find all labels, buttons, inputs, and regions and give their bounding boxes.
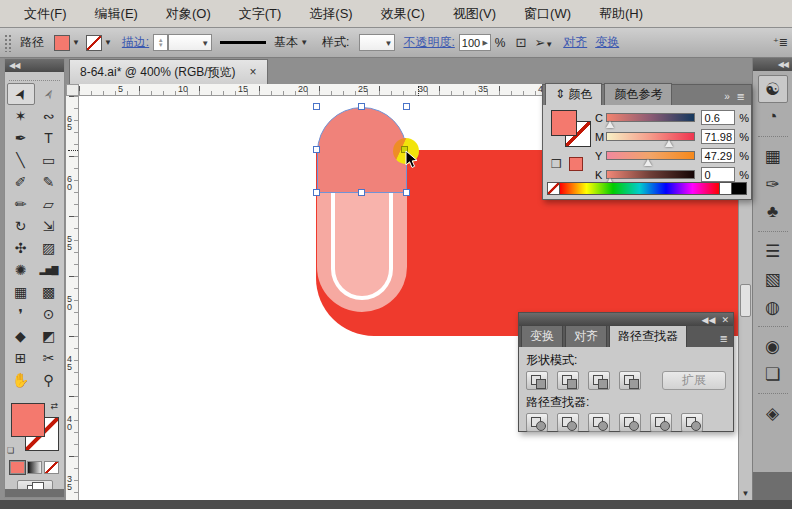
- symbols-panel-icon[interactable]: ♣: [758, 198, 788, 226]
- selection-tool-icon[interactable]: ➤: [7, 83, 35, 105]
- pencil-tool-icon[interactable]: ✎: [35, 171, 63, 193]
- align-link[interactable]: 对齐: [563, 34, 587, 51]
- appearance-panel-icon[interactable]: ◉: [758, 332, 788, 360]
- eraser-tool-icon[interactable]: ▱: [35, 193, 63, 215]
- menu-item[interactable]: 帮助(H): [585, 1, 657, 27]
- scrollbar-thumb[interactable]: [740, 284, 751, 317]
- selection-handle[interactable]: [313, 189, 320, 196]
- menu-item[interactable]: 对象(O): [152, 1, 225, 27]
- dock-collapse-icon[interactable]: ◀◀: [753, 58, 792, 71]
- merge-button[interactable]: [588, 413, 610, 432]
- width-tool-icon[interactable]: ✣: [7, 237, 35, 259]
- document-tab[interactable]: 8-64.ai* @ 400% (RGB/预览) ×: [69, 59, 268, 84]
- fill-indicator[interactable]: [11, 403, 45, 437]
- brushes-panel-icon[interactable]: ✑: [758, 170, 788, 198]
- exclude-button[interactable]: [619, 371, 641, 390]
- panel-grip-handle[interactable]: [4, 34, 12, 52]
- transform-link[interactable]: 变换: [595, 34, 619, 51]
- hand-tool-icon[interactable]: ✋: [7, 369, 35, 391]
- column-graph-tool-icon[interactable]: ▂▅▇: [35, 259, 63, 281]
- free-transform-tool-icon[interactable]: ▨: [35, 237, 63, 259]
- color-guide-panel-icon[interactable]: ◔: [758, 103, 788, 131]
- stroke-weight-dropdown[interactable]: ▼: [168, 34, 212, 51]
- stroke-weight-link[interactable]: 描边:: [122, 34, 149, 51]
- control-panel-menu-icon[interactable]: ⁺≣: [773, 36, 788, 49]
- stroke-panel-icon[interactable]: ☰: [758, 237, 788, 265]
- layers-panel-icon[interactable]: ◈: [758, 399, 788, 427]
- symbol-sprayer-tool-icon[interactable]: ✺: [7, 259, 35, 281]
- panel-collapse-icon[interactable]: ◀◀: [702, 315, 716, 325]
- slider-thumb[interactable]: [665, 140, 673, 147]
- slider-thumb[interactable]: [606, 121, 614, 128]
- brush-dropdown-arrow-icon[interactable]: ▼: [300, 38, 308, 47]
- direct-selection-tool-icon[interactable]: ➣: [35, 83, 63, 105]
- vertical-ruler[interactable]: 65605550454035: [66, 96, 79, 500]
- zoom-tool-icon[interactable]: ⚲: [35, 369, 63, 391]
- scroll-down-arrow-icon[interactable]: ▼: [739, 489, 752, 498]
- rotate-tool-icon[interactable]: ↻: [7, 215, 35, 237]
- menu-item[interactable]: 编辑(E): [81, 1, 152, 27]
- none-color-swatch[interactable]: [547, 182, 560, 195]
- tab-颜色[interactable]: ⇕ 颜色: [545, 83, 602, 105]
- K-slider-track[interactable]: [606, 170, 694, 179]
- tab-对齐[interactable]: 对齐: [565, 325, 607, 347]
- K-value-input[interactable]: 0: [701, 167, 736, 182]
- selection-handle[interactable]: [358, 103, 365, 110]
- selection-handle[interactable]: [403, 189, 410, 196]
- opacity-input[interactable]: 100 ▶: [459, 34, 491, 51]
- divide-button[interactable]: [526, 413, 548, 432]
- gradient-mode-button[interactable]: [27, 461, 42, 474]
- panel-close-icon[interactable]: ✕: [721, 315, 729, 325]
- gradient-panel-icon[interactable]: ▧: [758, 265, 788, 293]
- tools-collapse-icon[interactable]: ◀◀: [5, 59, 64, 72]
- out-of-gamut-cube-icon[interactable]: ❒: [551, 157, 562, 171]
- tab-变换[interactable]: 变换: [521, 325, 563, 347]
- Y-slider-track[interactable]: [606, 151, 694, 160]
- opacity-link[interactable]: 不透明度:: [403, 34, 454, 51]
- stroke-dropdown-arrow-icon[interactable]: ▼: [104, 38, 112, 47]
- fill-dropdown-arrow-icon[interactable]: ▼: [72, 38, 80, 47]
- slider-thumb[interactable]: [644, 159, 652, 166]
- outline-button[interactable]: [650, 413, 672, 432]
- M-value-input[interactable]: 71.98: [701, 129, 736, 144]
- color-mode-button[interactable]: [10, 461, 25, 474]
- line-segment-tool-icon[interactable]: ╲: [7, 149, 35, 171]
- recolor-artwork-icon[interactable]: ⊡: [515, 35, 526, 50]
- menu-item[interactable]: 选择(S): [295, 1, 366, 27]
- close-document-icon[interactable]: ×: [250, 65, 257, 79]
- live-paint-selection-tool-icon[interactable]: ◩: [35, 325, 63, 347]
- menu-item[interactable]: 窗口(W): [510, 1, 585, 27]
- blob-brush-tool-icon[interactable]: ✏: [7, 193, 35, 215]
- M-slider-track[interactable]: [606, 132, 694, 141]
- color-panel-menu-icon[interactable]: » ≣: [724, 91, 751, 105]
- menu-item[interactable]: 视图(V): [439, 1, 510, 27]
- selection-handle[interactable]: [313, 146, 320, 153]
- last-color-swatch[interactable]: [569, 157, 583, 171]
- pathfinder-panel-menu-icon[interactable]: ≣: [720, 333, 733, 347]
- paintbrush-tool-icon[interactable]: ✐: [7, 171, 35, 193]
- stroke-color-swatch[interactable]: [86, 35, 102, 51]
- eyedropper-tool-icon[interactable]: ❜: [7, 303, 35, 325]
- crop-button[interactable]: [619, 413, 641, 432]
- tab-路径查找器[interactable]: 路径查找器: [609, 325, 687, 347]
- unite-button[interactable]: [526, 371, 548, 390]
- menu-item[interactable]: 文件(F): [10, 1, 81, 27]
- lasso-tool-icon[interactable]: ∾: [35, 105, 63, 127]
- C-value-input[interactable]: 0.6: [701, 110, 736, 125]
- scale-tool-icon[interactable]: ⇲: [35, 215, 63, 237]
- mesh-tool-icon[interactable]: ▦: [7, 281, 35, 303]
- pen-tool-icon[interactable]: ✒: [7, 127, 35, 149]
- style-dropdown[interactable]: ▼: [359, 34, 395, 51]
- black-swatch[interactable]: [732, 182, 747, 195]
- ruler-origin-corner[interactable]: [66, 84, 79, 96]
- spectrum-gradient[interactable]: [560, 182, 720, 195]
- graphic-styles-panel-icon[interactable]: ❏: [758, 360, 788, 388]
- blend-tool-icon[interactable]: ⊙: [35, 303, 63, 325]
- default-fill-stroke-icon[interactable]: ❏: [7, 446, 14, 455]
- transparency-panel-icon[interactable]: ◍: [758, 293, 788, 321]
- swatches-panel-icon[interactable]: ▦: [758, 142, 788, 170]
- swap-fill-stroke-icon[interactable]: ⇄: [50, 401, 58, 411]
- magic-wand-tool-icon[interactable]: ✶: [7, 105, 35, 127]
- type-tool-icon[interactable]: T: [35, 127, 63, 149]
- rectangle-tool-icon[interactable]: ▭: [35, 149, 63, 171]
